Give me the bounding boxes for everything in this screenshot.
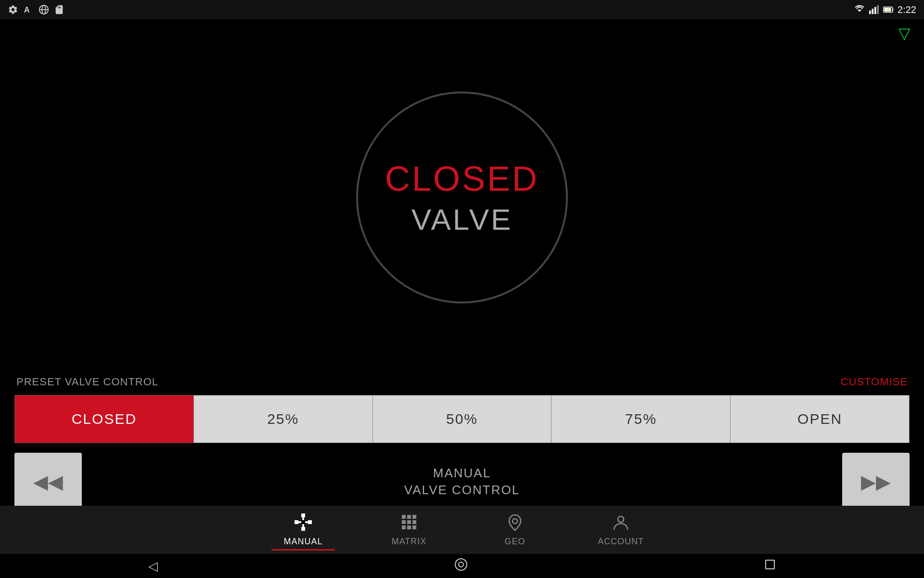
geo-nav-icon — [506, 513, 524, 535]
svg-marker-4 — [857, 10, 861, 12]
svg-rect-26 — [402, 525, 406, 529]
nav-label-geo: GEO — [504, 537, 525, 547]
manual-nav-icon — [295, 513, 312, 535]
svg-text:A: A — [24, 5, 30, 14]
status-icons-right: ⚡ 2:22 — [854, 4, 916, 15]
matrix-nav-icon — [400, 513, 418, 535]
preset-buttons: CLOSED 25% 50% 75% OPEN — [14, 395, 910, 443]
system-nav: ◁ — [0, 554, 924, 578]
customise-button[interactable]: CUSTOMISE — [841, 376, 908, 388]
preset-btn-75[interactable]: 75% — [552, 395, 731, 443]
svg-point-31 — [455, 559, 467, 570]
manual-label-line2: VALVE CONTROL — [404, 483, 520, 498]
svg-rect-27 — [407, 525, 411, 529]
bottom-controls: PRESET VALVE CONTROL CUSTOMISE CLOSED 25… — [0, 376, 924, 520]
svg-rect-21 — [407, 515, 411, 519]
forward-button[interactable]: ▶▶ — [842, 453, 910, 511]
rewind-button[interactable]: ◀◀ — [14, 453, 82, 511]
svg-rect-6 — [872, 9, 873, 14]
svg-rect-24 — [407, 520, 411, 524]
preset-title: PRESET VALVE CONTROL — [16, 376, 158, 388]
wifi-icon — [854, 4, 865, 15]
nav-item-account[interactable]: ACCOUNT — [568, 510, 674, 551]
svg-rect-23 — [402, 520, 406, 524]
back-button[interactable]: ◁ — [148, 559, 158, 574]
preset-btn-closed[interactable]: CLOSED — [15, 395, 194, 443]
manual-control-row: ◀◀ MANUAL VALVE CONTROL ▶▶ — [14, 453, 910, 511]
svg-rect-16 — [301, 527, 305, 531]
svg-rect-17 — [295, 520, 298, 524]
recents-button[interactable] — [764, 559, 776, 574]
nav-item-matrix[interactable]: MATRIX — [356, 510, 462, 551]
account-nav-icon — [612, 513, 629, 535]
nav-label-matrix: MATRIX — [392, 537, 427, 547]
svg-rect-11 — [893, 9, 894, 11]
clock: 2:22 — [898, 4, 916, 15]
forward-icon: ▶▶ — [861, 471, 891, 493]
home-icon — [454, 557, 468, 575]
status-icons-left: A — [8, 4, 64, 15]
svg-point-30 — [618, 516, 624, 522]
manual-label: MANUAL VALVE CONTROL — [404, 466, 520, 498]
svg-point-29 — [513, 519, 517, 524]
svg-rect-28 — [412, 525, 416, 529]
nav-label-manual: MANUAL — [283, 537, 322, 547]
sd-card-icon — [54, 4, 64, 15]
nav-item-geo[interactable]: GEO — [462, 510, 568, 551]
svg-rect-20 — [402, 515, 406, 519]
rewind-icon: ◀◀ — [33, 471, 63, 493]
preset-btn-25[interactable]: 25% — [194, 395, 373, 443]
recents-icon — [764, 559, 776, 574]
settings-icon — [8, 4, 18, 15]
preset-btn-50[interactable]: 50% — [373, 395, 552, 443]
svg-rect-25 — [412, 520, 416, 524]
valve-circle: CLOSED VALVE — [356, 92, 568, 303]
status-bar: A — [0, 0, 924, 19]
svg-rect-22 — [412, 515, 416, 519]
svg-rect-18 — [308, 520, 312, 524]
svg-rect-15 — [301, 513, 305, 517]
bottom-nav: MANUAL MATRIX GEO — [0, 506, 924, 554]
valve-label: VALVE — [411, 202, 513, 236]
globe-icon — [38, 4, 49, 15]
font-icon: A — [23, 4, 34, 15]
preset-btn-open[interactable]: OPEN — [731, 395, 909, 443]
svg-text:⚡: ⚡ — [886, 8, 890, 12]
preset-header: PRESET VALVE CONTROL CUSTOMISE — [14, 376, 910, 388]
svg-point-32 — [459, 562, 463, 567]
signal-icon — [869, 4, 879, 15]
valve-status: CLOSED — [385, 159, 539, 198]
home-button[interactable] — [454, 557, 468, 575]
nav-label-account: ACCOUNT — [598, 537, 644, 547]
back-icon: ◁ — [148, 559, 158, 574]
svg-rect-33 — [766, 560, 774, 569]
nav-item-manual[interactable]: MANUAL — [250, 510, 356, 551]
svg-rect-5 — [869, 11, 871, 14]
manual-label-line1: MANUAL — [404, 466, 520, 481]
svg-rect-8 — [877, 5, 879, 14]
battery-icon: ⚡ — [883, 4, 894, 15]
svg-rect-7 — [874, 7, 876, 14]
main-content: CLOSED VALVE PRESET VALVE CONTROL CUSTOM… — [0, 19, 924, 520]
svg-rect-19 — [301, 520, 305, 524]
valve-circle-container: CLOSED VALVE — [356, 19, 568, 376]
